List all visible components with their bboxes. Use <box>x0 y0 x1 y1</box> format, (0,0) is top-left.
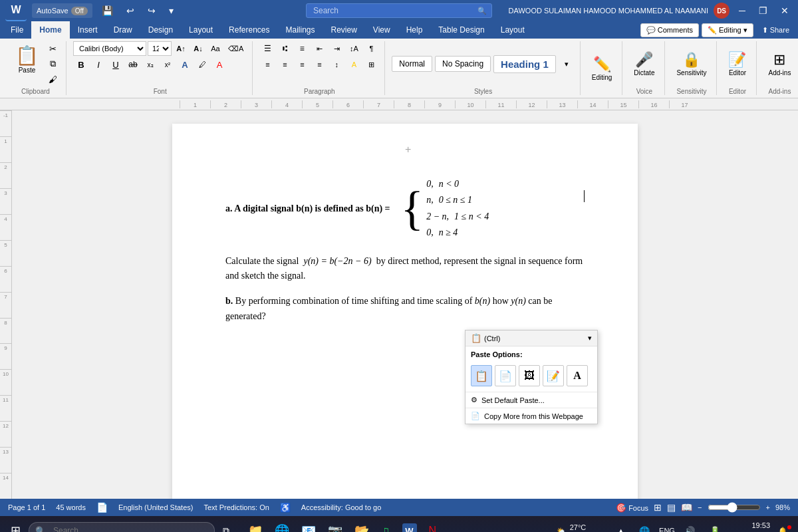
taskbar-spotify-button[interactable]: ♫ <box>376 521 396 533</box>
tab-mailings[interactable]: Mailings <box>277 21 323 39</box>
copy-button[interactable]: ⧉ <box>45 57 61 71</box>
dictate-button[interactable]: 🎤 Dictate <box>629 47 659 81</box>
paste-popup-dropdown[interactable]: ▾ <box>588 334 592 342</box>
notification-button[interactable]: 🔔 <box>773 524 793 533</box>
style-normal[interactable]: Normal <box>392 56 432 72</box>
taskbar-explorer-button[interactable]: 📁 <box>243 521 268 532</box>
paste-popup-header[interactable]: 📋 (Ctrl) ▾ <box>466 331 597 346</box>
subscript-button[interactable]: x₂ <box>142 57 158 72</box>
zoom-slider[interactable] <box>708 502 761 513</box>
title-search-input[interactable] <box>306 3 492 18</box>
bullets-button[interactable]: ☰ <box>259 41 275 56</box>
line-spacing-button[interactable]: ↕ <box>329 57 344 72</box>
tab-home[interactable]: Home <box>31 21 69 39</box>
multilevel-button[interactable]: ≡ <box>294 41 310 56</box>
numbering-button[interactable]: ⑆ <box>277 41 293 56</box>
minimize-button[interactable]: ─ <box>735 4 749 17</box>
restore-button[interactable]: ❐ <box>755 4 771 17</box>
accessibility-status[interactable]: Accessibility: Good to go <box>301 503 381 511</box>
paste-text-a-button[interactable]: A <box>567 365 588 386</box>
tab-layout2[interactable]: Layout <box>493 21 533 39</box>
close-button[interactable]: ✕ <box>777 4 793 17</box>
taskbar-files-button[interactable]: 📂 <box>349 521 374 532</box>
editing-button[interactable]: ✏️ Editing ▾ <box>702 23 753 37</box>
tab-draw[interactable]: Draw <box>106 21 140 39</box>
view-print-icon[interactable]: ⊞ <box>654 502 662 513</box>
volume-icon[interactable]: 🔊 <box>679 523 700 533</box>
cut-button[interactable]: ✂ <box>45 41 61 56</box>
change-case-button[interactable]: Aa <box>207 41 223 56</box>
network-icon[interactable]: 🌐 <box>634 523 655 533</box>
align-left-button[interactable]: ≡ <box>259 57 275 72</box>
undo-button[interactable]: ↩ <box>122 4 138 17</box>
decrease-indent-button[interactable]: ⇤ <box>311 41 327 56</box>
text-effects-button[interactable]: A <box>177 57 193 72</box>
style-no-spacing[interactable]: No Spacing <box>435 56 491 72</box>
show-marks-button[interactable]: ¶ <box>363 41 379 56</box>
document-page[interactable]: + a. A digital signal b(n) is defined as… <box>172 124 638 499</box>
align-center-button[interactable]: ≡ <box>277 57 293 72</box>
taskbar-search-input[interactable] <box>29 522 215 532</box>
set-default-paste-item[interactable]: ⚙ Set Default Paste... <box>466 392 597 408</box>
paste-keep-source-button[interactable]: 📋 <box>471 365 492 386</box>
tab-view[interactable]: View <box>365 21 398 39</box>
zoom-in-icon[interactable]: + <box>766 503 770 511</box>
increase-font-button[interactable]: A↑ <box>173 41 189 56</box>
paste-text-only-button[interactable]: 📝 <box>543 365 564 386</box>
tab-help[interactable]: Help <box>398 21 431 39</box>
time-display[interactable]: 19:53 20/11/2023 <box>733 521 770 532</box>
editing-mode-button[interactable]: ✏️ Editing <box>587 51 617 86</box>
increase-indent-button[interactable]: ⇥ <box>329 41 344 56</box>
borders-button[interactable]: ⊞ <box>363 57 379 72</box>
word-count[interactable]: 45 words <box>56 503 86 511</box>
sensitivity-button[interactable]: 🔒 Sensitivity <box>672 47 711 81</box>
tab-references[interactable]: References <box>221 21 277 39</box>
style-heading1[interactable]: Heading 1 <box>493 55 556 73</box>
tab-review[interactable]: Review <box>323 21 365 39</box>
styles-more-button[interactable]: ▾ <box>559 57 575 71</box>
bold-button[interactable]: B <box>73 57 89 72</box>
shading-button[interactable]: A <box>346 57 362 72</box>
view-web-icon[interactable]: ▤ <box>667 502 676 513</box>
clear-format-button[interactable]: ⌫A <box>225 41 247 56</box>
chevron-up-button[interactable]: ▲ <box>612 524 630 532</box>
taskbar-word-button[interactable]: W <box>397 521 422 532</box>
tab-insert[interactable]: Insert <box>70 21 106 39</box>
share-button[interactable]: ⬆ Share <box>756 23 795 37</box>
autosave-toggle[interactable]: AutoSave Off <box>32 3 92 18</box>
page-info[interactable]: Page 1 of 1 <box>8 503 45 511</box>
tab-layout[interactable]: Layout <box>181 21 221 39</box>
format-painter-button[interactable]: 🖌 <box>45 72 61 86</box>
sort-button[interactable]: ↕A <box>346 41 362 56</box>
redo-button[interactable]: ↪ <box>144 4 160 17</box>
language-indicator-taskbar[interactable]: ENG <box>659 527 675 532</box>
zoom-out-icon[interactable]: − <box>698 503 702 511</box>
save-button[interactable]: 💾 <box>98 4 117 17</box>
highlight-color-button[interactable]: 🖊 <box>194 57 210 72</box>
addins-button[interactable]: ⊞ Add-ins <box>763 47 795 81</box>
weather-widget[interactable]: ⛅ 27°C Partly cloudy <box>551 522 610 532</box>
paste-merge-button[interactable]: 📄 <box>495 365 516 386</box>
battery-icon[interactable]: 🔋 <box>704 523 726 533</box>
taskbar-netflix-button[interactable]: N <box>424 522 442 532</box>
paste-picture-button[interactable]: 🖼 <box>519 365 540 386</box>
decrease-font-button[interactable]: A↓ <box>190 41 206 56</box>
taskbar-mail-button[interactable]: 📧 <box>296 521 321 532</box>
strikethrough-button[interactable]: ab <box>125 57 141 72</box>
superscript-button[interactable]: x² <box>160 57 176 72</box>
tab-file[interactable]: File <box>3 21 31 39</box>
zoom-percent[interactable]: 98% <box>775 503 790 511</box>
task-view-button[interactable]: ⧉ <box>217 523 235 533</box>
paste-button[interactable]: 📋 Paste <box>11 41 43 86</box>
font-color-button[interactable]: A <box>211 57 227 72</box>
justify-button[interactable]: ≡ <box>311 57 327 72</box>
document-content[interactable]: a. A digital signal b(n) is defined as b… <box>225 177 585 324</box>
focus-label[interactable]: 🎯 Focus <box>616 503 648 513</box>
taskbar-camera-button[interactable]: 📷 <box>323 521 348 532</box>
tab-table-design[interactable]: Table Design <box>430 21 492 39</box>
view-read-icon[interactable]: 📖 <box>681 502 692 513</box>
customize-qat-button[interactable]: ▾ <box>165 4 178 17</box>
language-indicator[interactable]: English (United States) <box>118 503 194 511</box>
taskbar-edge-button[interactable]: 🌐 <box>269 521 295 532</box>
align-right-button[interactable]: ≡ <box>294 57 310 72</box>
